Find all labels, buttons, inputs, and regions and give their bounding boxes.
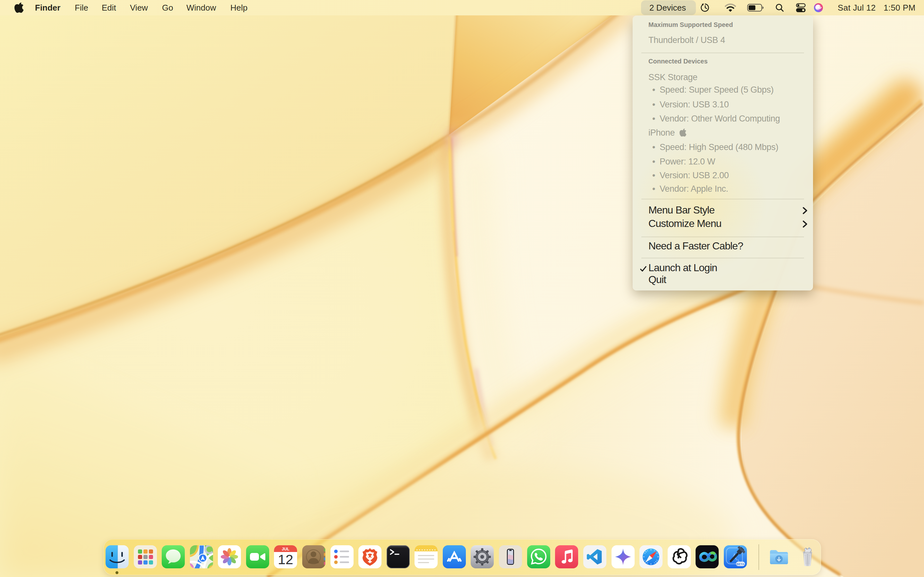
svg-text:BETA: BETA — [736, 562, 744, 566]
svg-text:12: 12 — [278, 552, 293, 567]
svg-text:JUL: JUL — [282, 547, 289, 551]
